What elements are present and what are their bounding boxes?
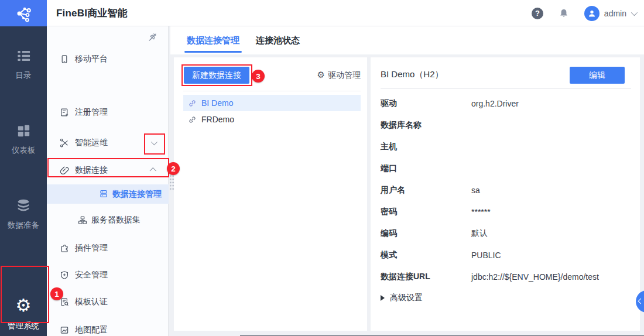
field-rows: 驱动 org.h2.Driver 数据库名称 主机 端口 用户名 sa 密码 [381,92,631,287]
gear-icon: ⚙ [0,297,47,314]
driver-manage-label: 驱动管理 [328,70,361,81]
field-row-port: 端口 [381,157,631,179]
dashboard-grid-icon [0,123,47,139]
menu-item-label: 注册管理 [75,107,108,118]
menu-item-server-dataset[interactable]: 服务器数据集 [47,210,169,231]
tabbar: 数据连接管理 连接池状态 [170,26,644,54]
menu-item-label: 服务器数据集 [91,215,141,225]
paperclip-icon [60,166,69,175]
chevron-up-icon[interactable] [150,167,156,174]
connection-item-bidemo[interactable]: BI Demo [183,95,361,111]
field-value: 默认 [471,228,488,239]
menu-item-label: 插件管理 [75,243,108,253]
plugin-puzzle-icon [60,244,69,253]
field-label: 模式 [381,250,471,260]
menu-item-template-cert[interactable]: 模板认证 [47,292,169,313]
secondary-sidebar: 移动平台 注册管理 智能运维 [47,26,169,336]
field-row-schema: 模式 PUBLIC [381,244,631,266]
tab-data-connection-manage[interactable]: 数据连接管理 [184,26,242,54]
new-connection-button[interactable]: 新建数据连接 [184,67,249,84]
field-row-driver: 驱动 org.h2.Driver [381,92,631,114]
menu-item-map-config[interactable]: 地图配置 [47,320,169,336]
sidebar-item-label: 目录 [0,70,47,81]
link-chain-icon [188,115,197,124]
menu-item-label: 智能运维 [75,138,108,148]
map-config-icon [60,325,69,335]
unpin-icon[interactable] [148,32,157,42]
database-icon [0,197,47,214]
finebi-logo[interactable] [0,0,47,26]
window-bottom-edge [240,335,644,336]
server-dataset-icon [78,215,87,225]
finebi-app: FineBI商业智能 ? admin [0,0,644,336]
field-value: ****** [471,207,491,217]
menu-item-intelligent-ops[interactable]: 智能运维 [47,132,169,153]
advanced-settings-toggle[interactable]: 高级设置 [381,292,423,304]
bell-icon[interactable] [559,8,569,19]
annotation-step-2-badge: 2 [167,162,180,175]
menu-item-mobile-platform[interactable]: 移动平台 [47,49,169,70]
menu-item-label: 移动平台 [75,54,108,64]
username-label: admin [604,9,626,18]
field-label: 端口 [381,163,471,174]
sidebar-resize-handle[interactable] [169,174,174,191]
menu-item-label: 地图配置 [75,325,108,335]
edit-button[interactable]: 编辑 [570,67,625,84]
field-label: 数据库名称 [381,120,471,131]
sidebar-item-manage-system[interactable]: ⚙ 管理系统 [0,297,47,331]
sidebar-item-catalog[interactable]: 目录 [0,48,47,81]
field-label: 密码 [381,207,471,217]
menu-item-data-connection-manage[interactable]: 数据连接管理 [47,184,169,204]
connection-manage-icon [99,189,108,198]
divider [183,91,361,91]
sidebar-item-label: 管理系统 [0,321,47,331]
help-icon[interactable]: ? [532,8,543,19]
menu-item-label: 安全管理 [75,270,108,280]
field-row-host: 主机 [381,136,631,157]
user-menu[interactable]: admin [584,6,636,21]
field-label: 编码 [381,228,471,239]
page-title: FineBI商业智能 [56,0,128,26]
sidebar-item-dashboard[interactable]: 仪表板 [0,123,47,156]
divider [381,88,631,89]
sidebar-item-data-prep[interactable]: 数据准备 [0,197,47,231]
menu-item-data-connection[interactable]: 数据连接 [47,160,169,181]
field-row-database-name: 数据库名称 [381,114,631,136]
security-shield-icon [60,270,69,280]
connection-detail-panel: BI Demo（H2） 编辑 驱动 org.h2.Driver 数据库名称 主机… [371,57,640,331]
topbar-actions: ? admin [532,0,636,26]
annotation-step-3-badge: 3 [252,70,265,83]
field-row-encoding: 编码 默认 [381,222,631,244]
menu-item-plugin-manage[interactable]: 插件管理 [47,238,169,259]
driver-manage-button[interactable]: ⚙ 驱动管理 [317,67,361,84]
connection-name: BI Demo [201,98,233,108]
primary-sidebar: 目录 仪表板 数据准备 ⚙ 管理系统 [0,26,47,336]
field-value: sa [471,186,480,195]
field-label: 用户名 [381,185,471,196]
link-chain-icon [188,99,197,108]
field-row-connection-url: 数据连接URL jdbc:h2://${ENV_HOME}/demo/test [381,266,631,287]
field-value: org.h2.Driver [471,99,519,108]
catalog-list-icon [0,48,47,64]
sidebar-item-label: 仪表板 [0,145,47,156]
connection-item-frdemo[interactable]: FRDemo [183,111,361,128]
connection-list-panel: 新建数据连接 ⚙ 驱动管理 BI Demo [174,57,367,331]
menu-item-security-manage[interactable]: 安全管理 [47,265,169,286]
chevron-down-icon[interactable] [151,139,157,145]
field-label: 驱动 [381,98,471,109]
gear-icon: ⚙ [317,71,325,80]
triangle-right-icon [381,295,385,301]
field-row-username: 用户名 sa [381,179,631,201]
logo-network-icon [13,4,33,23]
tab-connection-pool-status[interactable]: 连接池状态 [254,26,302,54]
field-value: PUBLIC [471,251,501,260]
detail-header: BI Demo（H2） 编辑 [381,67,631,84]
menu-item-label: 数据连接 [75,165,108,176]
register-doc-icon [60,108,69,117]
menu-item-label: 数据连接管理 [112,189,162,200]
menu-item-register-manage[interactable]: 注册管理 [47,102,169,123]
connection-title: BI Demo（H2） [381,69,444,80]
chevron-down-icon [631,9,638,15]
menu-item-label: 模板认证 [75,297,108,307]
chevron-left-icon [638,299,644,304]
